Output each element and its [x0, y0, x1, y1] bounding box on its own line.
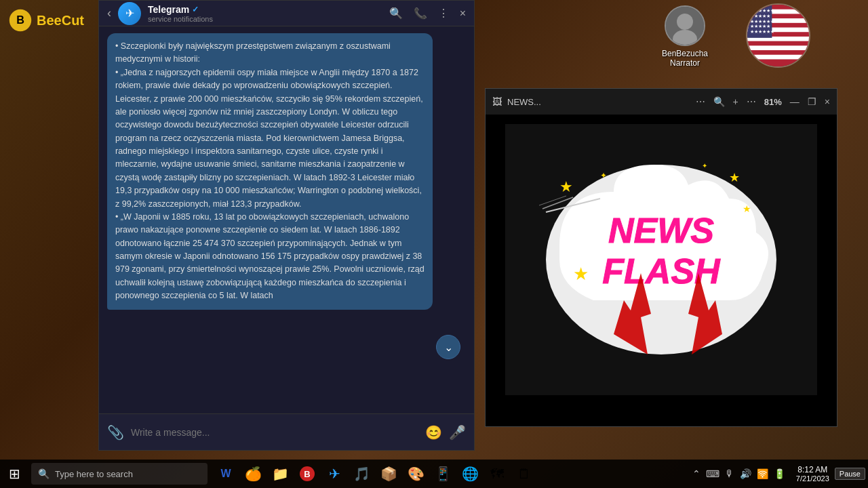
svg-rect-10	[747, 45, 809, 50]
telegram-back-button[interactable]: ‹	[107, 6, 111, 20]
newsflash-window: 🖼 NEWS... ⋯ 🔍 + ⋯ 81% — ❐ ×	[485, 88, 837, 427]
taskbar-music-icon[interactable]: 🎵	[349, 461, 374, 487]
network-icon[interactable]: 🛜	[757, 468, 768, 479]
taskbar: ⊞ 🔍 Type here to search W 🍊 📁 B ✈ 🎵 📦 🎨 …	[0, 460, 868, 488]
beecut-app-icon[interactable]: B BeeCut	[0, 0, 98, 41]
pause-button[interactable]: Pause	[835, 468, 865, 480]
taskbar-word-icon[interactable]: W	[213, 461, 239, 487]
scroll-down-icon: ⌄	[444, 341, 453, 354]
emoji-icon[interactable]: 😊	[425, 424, 442, 441]
telegram-header-icons: 🔍 📞 ⋮ ×	[389, 7, 466, 20]
taskbar-search-text: Type here to search	[55, 469, 133, 479]
user-profile-widget: BenBezucha Narrator	[651, 5, 719, 68]
user-name-label: BenBezucha Narrator	[662, 49, 708, 68]
microphone-tray-icon[interactable]: 🎙	[725, 468, 734, 479]
system-tray: ⌃ ⌨ 🎙 🔊 🛜 🔋	[687, 468, 791, 479]
telegram-title-info: Telegram ✓ service notifications	[148, 4, 213, 23]
taskbar-package-icon[interactable]: 📦	[376, 461, 401, 487]
newsflash-svg: ★ ★ ★ ★ NEWS FLASH	[505, 124, 817, 395]
telegram-header-left: ‹ ✈ Telegram ✓ service notifications	[107, 2, 213, 25]
telegram-subtitle: service notifications	[148, 15, 213, 23]
svg-text:B: B	[16, 14, 24, 26]
newsflash-search-icon[interactable]: 🔍	[713, 96, 725, 107]
keyboard-icon[interactable]: ⌨	[706, 468, 719, 479]
mic-icon[interactable]: 🎤	[449, 424, 466, 441]
taskbar-search[interactable]: 🔍 Type here to search	[31, 463, 208, 485]
telegram-window: ‹ ✈ Telegram ✓ service notifications 🔍 📞…	[98, 0, 475, 451]
telegram-messages-area[interactable]: • Szczepionki były największym przestęps…	[99, 26, 474, 413]
svg-text:B: B	[304, 469, 310, 479]
svg-text:★: ★	[743, 203, 751, 214]
newsflash-title-left: 🖼 NEWS...	[492, 96, 541, 107]
svg-text:✦: ✦	[600, 171, 607, 180]
newsflash-minimize-button[interactable]: —	[790, 96, 800, 107]
newsflash-restore-button[interactable]: ❐	[808, 96, 816, 107]
start-button[interactable]: ⊞	[0, 460, 28, 488]
windows-logo-icon: ⊞	[9, 466, 20, 482]
svg-text:★: ★	[559, 178, 573, 195]
scroll-down-button[interactable]: ⌄	[436, 335, 460, 359]
taskbar-telegram-icon[interactable]: ✈	[321, 461, 347, 487]
taskbar-browser-icon[interactable]: 🌐	[457, 461, 483, 487]
newsflash-close-button[interactable]: ×	[825, 96, 830, 107]
clock-date: 7/21/2023	[796, 474, 829, 483]
newsflash-zoom-in-icon[interactable]: +	[733, 96, 738, 107]
taskbar-search-icon: 🔍	[38, 468, 50, 479]
taskbar-clock[interactable]: 8:12 AM 7/21/2023	[791, 465, 835, 483]
newsflash-content: ★ ★ ★ ★ NEWS FLASH	[486, 115, 837, 405]
message-text: • Szczepionki były największym przestęps…	[115, 41, 425, 300]
svg-text:NEWS: NEWS	[608, 211, 714, 250]
telegram-menu-icon[interactable]: ⋮	[438, 7, 449, 20]
newsflash-title-text: NEWS...	[507, 97, 541, 107]
newsflash-zoom-level: 81%	[764, 97, 782, 107]
telegram-avatar: ✈	[118, 2, 141, 25]
svg-text:★★★★★★: ★★★★★★	[750, 29, 774, 34]
newsflash-titlebar: 🖼 NEWS... ⋯ 🔍 + ⋯ 81% — ❐ ×	[486, 89, 837, 115]
clock-time: 8:12 AM	[796, 465, 829, 474]
message-input[interactable]	[131, 427, 418, 438]
taskbar-maps-icon[interactable]: 🗺	[484, 461, 510, 487]
volume-icon[interactable]: 🔊	[740, 468, 751, 479]
beecut-label: BeeCut	[37, 13, 84, 28]
telegram-input-bar: 📎 😊 🎤	[99, 413, 474, 450]
message-bubble: • Szczepionki były największym przestęps…	[107, 33, 433, 310]
svg-text:★★★★★: ★★★★★	[750, 24, 770, 28]
svg-text:✦: ✦	[702, 162, 707, 169]
show-hidden-icons-button[interactable]: ⌃	[692, 468, 701, 479]
svg-rect-11	[747, 55, 809, 60]
battery-icon[interactable]: 🔋	[774, 468, 785, 479]
avatar	[665, 5, 705, 46]
telegram-channel-name: Telegram ✓	[148, 4, 213, 15]
svg-text:★★★★★: ★★★★★	[750, 14, 770, 18]
svg-point-3	[677, 14, 693, 30]
telegram-titlebar: ‹ ✈ Telegram ✓ service notifications 🔍 📞…	[99, 1, 474, 26]
svg-text:★★★★★★: ★★★★★★	[750, 19, 774, 24]
newsflash-controls: ⋯ 🔍 + ⋯ 81% — ❐ ×	[696, 96, 830, 107]
flag-language-icon[interactable]: ★★★★★★ ★★★★★ ★★★★★★ ★★★★★ ★★★★★★	[746, 3, 810, 68]
taskbar-file-explorer-icon[interactable]: 📁	[267, 461, 293, 487]
telegram-search-icon[interactable]: 🔍	[389, 7, 403, 20]
taskbar-brave-browser-icon[interactable]: B	[294, 461, 320, 487]
attach-icon[interactable]: 📎	[107, 424, 124, 441]
taskbar-whatsapp-icon[interactable]: 📱	[430, 461, 456, 487]
svg-text:FLASH: FLASH	[602, 251, 721, 291]
newsflash-img-icon: 🖼	[492, 96, 502, 107]
taskbar-paint-icon[interactable]: 🎨	[403, 461, 429, 487]
newsflash-menu-icon[interactable]: ⋯	[696, 96, 705, 107]
svg-text:★: ★	[729, 171, 740, 184]
telegram-close-button[interactable]: ×	[460, 7, 466, 20]
taskbar-orange-app-icon[interactable]: 🍊	[240, 461, 266, 487]
newsflash-graphic: ★ ★ ★ ★ NEWS FLASH	[486, 115, 837, 405]
verified-icon: ✓	[192, 5, 199, 14]
taskbar-apps: W 🍊 📁 B ✈ 🎵 📦 🎨 📱 🌐 🗺 🗒	[210, 461, 687, 487]
svg-text:★: ★	[573, 264, 589, 284]
taskbar-notes-icon[interactable]: 🗒	[511, 461, 537, 487]
newsflash-more-icon[interactable]: ⋯	[747, 96, 756, 107]
beecut-logo-icon: B	[8, 8, 33, 33]
telegram-call-icon[interactable]: 📞	[414, 7, 427, 20]
